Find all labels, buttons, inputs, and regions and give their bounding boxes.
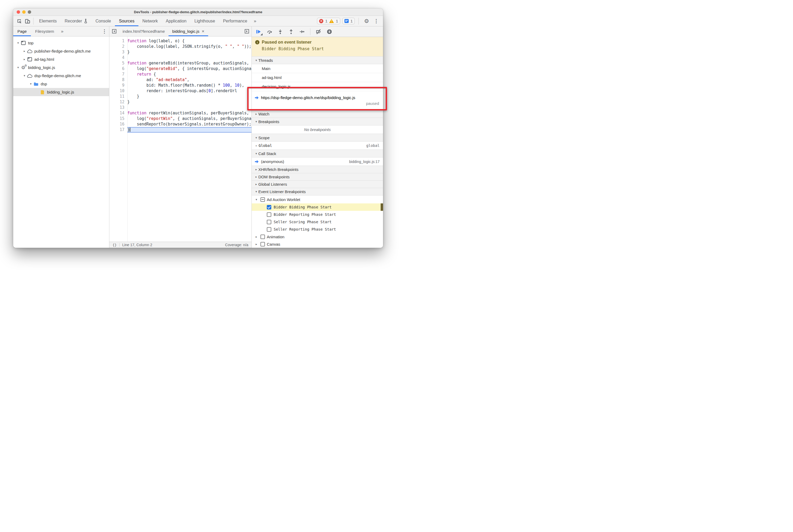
line-number[interactable]: 5 (109, 60, 127, 66)
code-line-10[interactable]: 10 render: interestGroup.ads[0].renderUr… (109, 88, 251, 94)
chevron-down-icon[interactable]: ▾ (16, 41, 20, 45)
line-number[interactable]: 16 (109, 121, 127, 127)
section-xhr-breakpoints[interactable]: ▸ XHR/fetch Breakpoints (252, 166, 383, 173)
pause-on-exceptions-button[interactable] (326, 29, 332, 35)
line-number[interactable]: 2 (109, 44, 127, 50)
checkbox-unchecked[interactable] (267, 220, 271, 224)
ad-auction-worklet-checkbox[interactable] (261, 197, 265, 202)
resume-script-button[interactable] (256, 29, 262, 35)
tree-item-dsp[interactable]: ▾dsp (13, 80, 109, 88)
more-editor-options-icon[interactable] (242, 26, 251, 36)
code-line-7[interactable]: 7 return { (109, 72, 251, 77)
chevron-right-icon[interactable]: ▸ (22, 50, 27, 53)
line-number[interactable]: 13 (109, 105, 127, 110)
zoom-window-button[interactable] (28, 10, 31, 14)
breakpoint-seller-scoring-phase-start[interactable]: Seller Scoring Phase Start (252, 218, 383, 226)
settings-gear-icon[interactable]: ⚙ (362, 18, 371, 24)
code-line-11[interactable]: 11 } (109, 94, 251, 99)
more-panels-chevron[interactable]: » (251, 18, 258, 24)
section-call-stack[interactable]: ▾ Call Stack (252, 150, 383, 157)
step-into-button[interactable] (277, 29, 283, 35)
issues-badge[interactable]: 1 (342, 18, 355, 24)
code-line-4[interactable]: 4 (109, 55, 251, 60)
panel-tab-application[interactable]: Application (162, 16, 190, 26)
deactivate-breakpoints-button[interactable] (316, 29, 321, 35)
line-number[interactable]: 12 (109, 99, 127, 105)
code-line-2[interactable]: 2 console.log(label, JSON.stringify(o, "… (109, 44, 251, 50)
close-window-button[interactable] (17, 10, 20, 14)
line-number[interactable]: 11 (109, 94, 127, 99)
tree-item-bidding-logic-js[interactable]: ▾⚙⚙bidding_logic.js (13, 63, 109, 72)
code-line-15[interactable]: 15 log("reportWin", { auctionSignals, pe… (109, 116, 251, 121)
chevron-right-icon[interactable]: ▸ (22, 58, 27, 61)
checkbox-unchecked[interactable] (261, 242, 265, 246)
elb-group-animation[interactable]: ▸Animation (252, 233, 383, 240)
tree-item-dsp-fledge-demo-glitch-me[interactable]: ▾dsp-fledge-demo.glitch.me (13, 72, 109, 80)
checkbox-unchecked[interactable] (261, 234, 265, 239)
tree-item-publisher-fledge-demo-glitch-me[interactable]: ▸publisher-fledge-demo.glitch.me (13, 47, 109, 55)
tree-item-top[interactable]: ▾top (13, 39, 109, 47)
tab-page[interactable]: Page (13, 26, 31, 36)
code-line-5[interactable]: 5function generateBid(interestGroup, auc… (109, 60, 251, 66)
line-number[interactable]: 14 (109, 110, 127, 116)
code-editor[interactable]: 1function log(label, o) {2 console.log(l… (109, 36, 251, 242)
code-line-3[interactable]: 3} (109, 50, 251, 55)
panel-tab-lighthouse[interactable]: Lighthouse (190, 16, 219, 26)
breakpoint-bidder-bidding-phase-start[interactable]: Bidder Bidding Phase Start (252, 203, 383, 211)
tab-bidding-logic-js[interactable]: bidding_logic.js × (169, 26, 208, 36)
checkbox-unchecked[interactable] (267, 212, 271, 217)
panel-tab-network[interactable]: Network (138, 16, 162, 26)
section-event-listener-breakpoints[interactable]: ▾ Event Listener Breakpoints (252, 188, 383, 195)
panel-tab-sources[interactable]: Sources (115, 16, 138, 26)
line-number[interactable]: 8 (109, 77, 127, 83)
line-number[interactable]: 17 (109, 127, 127, 133)
inspect-element-icon[interactable] (15, 17, 23, 25)
thread-row-paused[interactable]: https://dsp-fledge-demo.glitch.me/dsp/bi… (252, 91, 383, 110)
section-breakpoints[interactable]: ▾ Breakpoints (252, 117, 383, 126)
breakpoint-bidder-reporting-phase-start[interactable]: Bidder Reporting Phase Start (252, 211, 383, 218)
tree-item-bidding-logic-js[interactable]: bidding_logic.js (13, 88, 109, 96)
chevron-down-icon[interactable]: ▾ (16, 66, 20, 69)
tab-filesystem[interactable]: Filesystem (31, 26, 58, 36)
title-bar[interactable]: DevTools - publisher-fledge-demo.glitch.… (13, 8, 383, 16)
call-stack-frame[interactable]: (anonymous) bidding_logic.js:17 (252, 157, 383, 166)
close-tab-icon[interactable]: × (202, 29, 205, 34)
chevron-down-icon[interactable]: ▾ (22, 74, 27, 77)
code-line-8[interactable]: 8 ad: "ad-metadata", (109, 77, 251, 83)
panel-tab-performance[interactable]: Performance (219, 16, 251, 26)
checkbox-checked[interactable] (267, 205, 271, 209)
panel-tab-recorder[interactable]: Recorder (61, 16, 92, 26)
scope-row-global[interactable]: ▸ Global global (252, 141, 383, 150)
section-threads[interactable]: ▾ Threads (252, 56, 383, 64)
section-dom-breakpoints[interactable]: ▸ DOM Breakpoints (252, 173, 383, 181)
line-number[interactable]: 6 (109, 66, 127, 72)
chevron-right-icon[interactable]: ▸ (254, 243, 259, 246)
line-number[interactable]: 10 (109, 88, 127, 94)
code-line-9[interactable]: 9 bid: Math.floor(Math.random() * 100, 1… (109, 83, 251, 88)
pretty-print-icon[interactable]: {} (113, 243, 117, 247)
device-toolbar-icon[interactable] (23, 17, 32, 25)
code-line-13[interactable]: 13 (109, 105, 251, 110)
elb-group-ad-auction-worklet[interactable]: ▾ Ad Auction Worklet (252, 195, 383, 203)
breakpoint-seller-reporting-phase-start[interactable]: Seller Reporting Phase Start (252, 226, 383, 233)
line-number[interactable]: 1 (109, 38, 127, 44)
panel-tab-elements[interactable]: Elements (35, 16, 61, 26)
code-line-17[interactable]: 17} (109, 127, 251, 133)
step-over-button[interactable] (266, 29, 272, 35)
step-out-button[interactable] (288, 29, 294, 35)
code-line-16[interactable]: 16 sendReportTo(browserSignals.interestG… (109, 121, 251, 127)
code-line-1[interactable]: 1function log(label, o) { (109, 38, 251, 44)
section-watch[interactable]: ▸ Watch (252, 110, 383, 118)
code-line-6[interactable]: 6 log("generateBid", { interestGroup, au… (109, 66, 251, 72)
elb-group-canvas[interactable]: ▸Canvas (252, 240, 383, 248)
line-number[interactable]: 4 (109, 55, 127, 60)
chevron-down-icon[interactable]: ▾ (29, 82, 33, 86)
chevron-right-icon[interactable]: ▸ (254, 235, 259, 239)
navigator-menu-kebab-icon[interactable]: ⋮ (101, 28, 109, 34)
code-line-14[interactable]: 14function reportWin(auctionSignals, per… (109, 110, 251, 116)
hide-navigator-icon[interactable] (109, 26, 119, 36)
line-number[interactable]: 9 (109, 83, 127, 88)
line-number[interactable]: 7 (109, 72, 127, 77)
thread-row-main[interactable]: Main (252, 64, 383, 73)
tab-index-html[interactable]: index.html?fencedframe (119, 26, 169, 36)
